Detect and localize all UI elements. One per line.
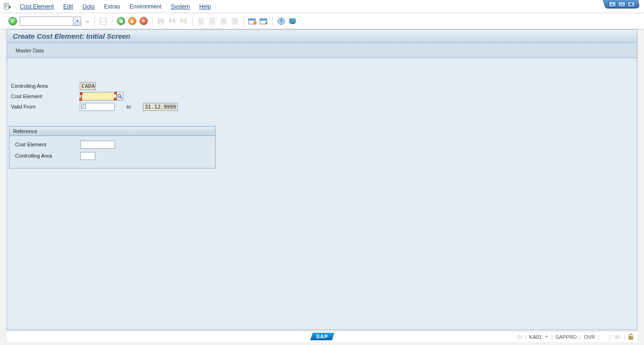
find-icon[interactable] [168, 17, 176, 25]
prev-page-icon[interactable] [208, 17, 217, 25]
svg-rect-7 [169, 19, 171, 22]
ref-controlling-area-label: Controlling Area [13, 153, 80, 159]
main-content: Create Cost Element: Initial Screen Mast… [7, 29, 637, 330]
svg-rect-10 [185, 19, 186, 22]
shortcut-icon[interactable] [259, 17, 268, 25]
window-controls: – □ ✕ [604, 0, 639, 13]
svg-rect-3 [101, 22, 105, 24]
valid-to-field[interactable]: 31.12.9999 [143, 103, 178, 111]
controlling-area-field[interactable]: CADA [80, 82, 96, 90]
cost-element-field[interactable] [80, 92, 117, 101]
new-session-icon[interactable] [248, 17, 257, 25]
status-arrow-icon[interactable]: ▷ [519, 334, 522, 340]
menu-doc-icon[interactable] [3, 3, 12, 10]
menu-bar: Cost Element Edit Goto Extras Environmen… [0, 0, 644, 13]
status-lock-icon[interactable] [628, 334, 634, 340]
help-icon[interactable]: ? [277, 17, 285, 25]
status-system: SAPPRD [555, 334, 577, 340]
svg-rect-18 [254, 22, 256, 24]
svg-rect-6 [159, 22, 163, 24]
status-bar: SAP ▷ | KA01 ▼ | SAPPRD | OVR | | | [7, 331, 637, 342]
ref-cost-element-field[interactable] [80, 141, 115, 149]
page-title: Create Cost Element: Initial Screen [7, 30, 637, 43]
command-dropdown-icon[interactable]: ▾ [73, 17, 81, 25]
cost-element-label: Cost Element [9, 93, 80, 99]
menu-item-help[interactable]: Help [194, 1, 216, 12]
svg-rect-17 [249, 19, 255, 20]
menu-item-system[interactable]: System [166, 1, 194, 12]
maximize-button[interactable]: □ [618, 1, 625, 7]
cost-element-f4-icon[interactable] [117, 92, 124, 101]
standard-toolbar: ✔ ▾ « ◀ ▲ ✕ ? [0, 13, 644, 29]
minimize-button[interactable]: – [608, 1, 616, 7]
collapse-icon[interactable]: « [84, 17, 92, 25]
svg-rect-9 [181, 19, 182, 22]
enter-button[interactable]: ✔ [8, 17, 17, 25]
reference-groupbox: Reference Cost Element Controlling Area [9, 126, 216, 168]
next-page-icon[interactable] [219, 17, 228, 25]
controlling-area-label: Controlling Area [9, 83, 80, 89]
master-data-button[interactable]: Master Data [16, 48, 44, 53]
ref-cost-element-label: Cost Element [13, 142, 80, 147]
svg-text:?: ? [280, 19, 283, 24]
valid-from-label: Valid From [9, 104, 80, 109]
svg-rect-2 [101, 18, 105, 21]
menu-item-environment[interactable]: Environment [125, 1, 166, 12]
menu-item-goto[interactable]: Goto [78, 1, 100, 12]
svg-point-25 [294, 18, 296, 20]
print-icon[interactable] [157, 17, 165, 25]
ref-controlling-area-field[interactable] [80, 152, 95, 160]
menu-item-cost-element[interactable]: Cost Element [15, 1, 59, 12]
svg-point-26 [118, 94, 121, 97]
svg-rect-8 [174, 19, 175, 22]
layout-icon[interactable] [288, 17, 297, 25]
close-button[interactable]: ✕ [627, 1, 635, 7]
sap-logo: SAP [311, 333, 333, 340]
save-icon[interactable] [99, 17, 108, 25]
last-page-icon[interactable] [231, 17, 239, 25]
checkbox-icon: ✓ [81, 104, 86, 109]
find-next-icon[interactable] [179, 17, 188, 25]
command-field[interactable]: ▾ [20, 17, 81, 26]
valid-to-label: to [115, 104, 143, 109]
status-tcode[interactable]: KA01 [529, 334, 542, 340]
svg-rect-24 [291, 23, 294, 24]
first-page-icon[interactable] [197, 17, 205, 25]
svg-rect-20 [260, 19, 267, 20]
menu-item-extras[interactable]: Extras [100, 1, 125, 12]
svg-rect-5 [159, 18, 163, 20]
exit-button[interactable]: ▲ [128, 17, 136, 25]
svg-point-11 [184, 22, 186, 24]
back-button[interactable]: ◀ [117, 17, 125, 25]
cancel-button[interactable]: ✕ [139, 17, 148, 25]
application-toolbar: Master Data [7, 43, 637, 58]
valid-from-field[interactable]: ✓ [80, 103, 115, 111]
status-mode: OVR [584, 334, 595, 340]
status-switch-icon[interactable] [613, 334, 621, 340]
menu-item-edit[interactable]: Edit [59, 1, 78, 12]
reference-title: Reference [9, 126, 215, 136]
svg-rect-27 [629, 337, 633, 339]
